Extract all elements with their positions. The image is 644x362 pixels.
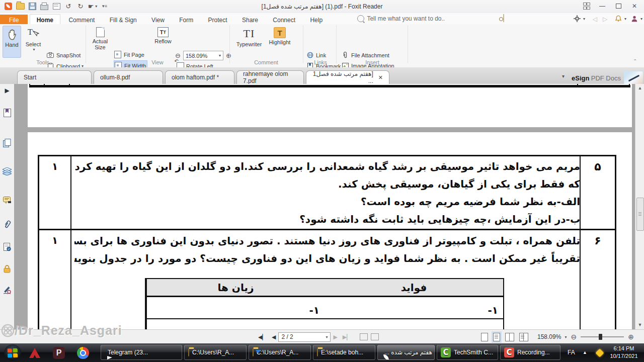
doctab-ollum8[interactable]: ollum-8.pdf [94,70,163,84]
zoom-in-icon[interactable]: ⊕ [226,52,231,59]
links-group-label: Links [293,59,348,65]
link-globe-icon [306,52,314,58]
doctab-start[interactable]: Start [17,70,92,84]
page-indicator[interactable]: 2 / 2▾ [278,332,331,342]
scroll-up-icon[interactable]: ▲ [637,85,642,90]
next-page-icon[interactable]: ▶ [333,334,337,340]
scroll-down-icon[interactable]: ▼ [637,322,642,327]
file-attachment-button[interactable]: File Attachment [341,50,394,60]
back-icon[interactable]: ◁ [593,16,597,23]
continuous-facing-view-icon[interactable] [519,333,528,341]
start-button[interactable] [4,344,21,361]
gear-icon[interactable] [574,15,581,22]
previous-view-icon[interactable] [360,333,368,340]
select-tool-button[interactable]: T Select ▾ [23,26,43,58]
close-button[interactable]: ✕ [628,1,641,11]
zoom-dropdown-arrow[interactable]: ▾ [565,335,567,339]
bell-dropdown-arrow[interactable]: ▾ [624,17,626,21]
undo-icon[interactable]: ↺ [63,2,73,11]
zoom-in-circle-icon[interactable]: ⊕ [628,333,634,341]
folder-icon [188,349,189,356]
doctab-olom-haftom[interactable]: olom haftom.pdf * [165,70,234,84]
facing-view-icon[interactable] [505,333,514,341]
restore-button[interactable] [612,1,625,11]
minimize-button[interactable]: — [596,1,609,11]
taskbar-button-folder-2[interactable]: C:\Users\R_A... [249,345,311,360]
print-icon[interactable] [39,2,49,11]
tray-notification-icon[interactable] [596,349,604,357]
q6-score: ۱ [39,234,70,246]
attachments-panel-icon[interactable] [3,220,12,229]
taskbar-button-folder-1[interactable]: C:\Users\R_A... [184,345,247,360]
close-tab-icon[interactable]: ✕ [378,74,383,81]
chrome-icon[interactable] [74,345,92,360]
folder-icon [317,349,318,356]
actual-size-button[interactable]: ActualSize [89,26,112,58]
fit-page-button[interactable]: Fit Page [114,50,147,59]
redo-icon[interactable]: ↻ [75,2,86,11]
comments-panel-icon[interactable] [3,196,12,205]
gear-dropdown-arrow[interactable]: ▾ [583,17,585,21]
foxit-logo-icon[interactable] [3,2,13,11]
zoom-value-combo[interactable]: 158.09%▾ [183,51,223,60]
esign-promo[interactable]: eSign PDF Docs [572,71,643,84]
taskbar-button-techsmith[interactable]: C TechSmith C... [437,345,498,360]
highlight-icon: T [274,27,286,38]
collapse-ribbon-icon[interactable]: ⌃ [633,58,637,64]
bell-icon[interactable] [615,15,622,22]
view-group-label: View [130,59,185,65]
search-document-icon[interactable] [503,15,504,22]
pages-panel-icon[interactable] [3,138,12,147]
typewriter-button[interactable]: TI Typewriter [233,26,265,58]
pinned-app-icon-red[interactable] [26,345,43,360]
doctab-haftom-active[interactable]: [هفتم مرتب شده فصل1 ... ✕ [306,70,389,84]
zoom-slider[interactable] [581,336,624,337]
forward-icon[interactable]: ▷ [603,16,607,23]
vertical-scrollbar[interactable]: ▲ ▼ [635,84,644,329]
expand-panel-icon[interactable]: ▶ [3,86,12,95]
account-dropdown-arrow[interactable]: ▾ [640,17,642,21]
signature-panel-icon[interactable] [3,285,12,294]
taskbar-button-recording[interactable]: C Recording... [500,345,560,360]
single-page-view-icon[interactable] [481,333,488,341]
first-page-icon[interactable]: ◀▏ [258,334,267,340]
pdf-page-2: ۱ ۵ مریم می خواهد تاثیر موسیقی بر رشد گی… [28,132,632,329]
zoom-out-circle-icon[interactable]: ⊖ [571,333,577,341]
q5-text: مریم می خواهد تاثیر موسیقی بر رشد گیاه ش… [74,158,580,228]
continuous-view-icon[interactable] [493,333,500,341]
tab-overflow-dropdown[interactable]: ▾ [562,73,565,79]
reflow-button[interactable]: TT Reflow [152,26,174,58]
tell-me-box[interactable]: Tell me what you want to do.. [351,13,451,24]
save-icon[interactable] [27,2,37,11]
comment-group-label: Comment [238,59,294,65]
doctab-rahnemaye[interactable]: rahnemaye olom 7.pdf [236,70,304,84]
last-page-icon[interactable]: ▶▏ [343,334,351,340]
hand-quick-icon[interactable]: ☛▾ [88,2,98,11]
group-separator [336,25,337,63]
next-view-icon[interactable] [371,333,379,340]
account-avatar-icon[interactable] [631,15,638,22]
open-file-icon[interactable] [15,2,25,11]
hand-tool-button[interactable]: Hand [3,26,21,58]
clock[interactable]: 6:14 PM 10/17/2021 [606,345,642,360]
security-panel-icon[interactable] [3,264,12,273]
layers-panel-icon[interactable] [3,167,12,176]
language-indicator[interactable]: FA [568,349,575,356]
certificates-panel-icon[interactable] [3,242,12,251]
highlight-button[interactable]: T Highlight [267,26,293,58]
scrollbar-thumb[interactable] [636,198,644,231]
taskbar-button-folder-3[interactable]: E:\setade boh... [313,345,375,360]
previous-page-icon[interactable]: ◀ [272,334,276,340]
document-canvas[interactable]: ۱ ۵ مریم می خواهد تاثیر موسیقی بر رشد گی… [14,84,635,329]
email-icon[interactable] [51,2,61,11]
snapshot-button[interactable]: SnapShot [46,50,84,60]
ribbon-layout-button[interactable] [580,1,593,11]
pinned-app-icon-p[interactable]: P [50,345,67,360]
header-advantages: فواید [325,279,503,297]
taskbar-button-foxit[interactable]: هفتم مرتب شده ... [377,345,435,360]
taskbar-button-telegram[interactable]: 86 Telegram (23... [101,345,182,360]
tray-expand-icon[interactable]: ▲ [583,350,587,355]
bookmarks-panel-icon[interactable] [3,108,12,117]
zoom-slider-knob[interactable] [599,334,602,340]
customize-toolbar-icon[interactable]: ▾≡ [100,2,110,11]
